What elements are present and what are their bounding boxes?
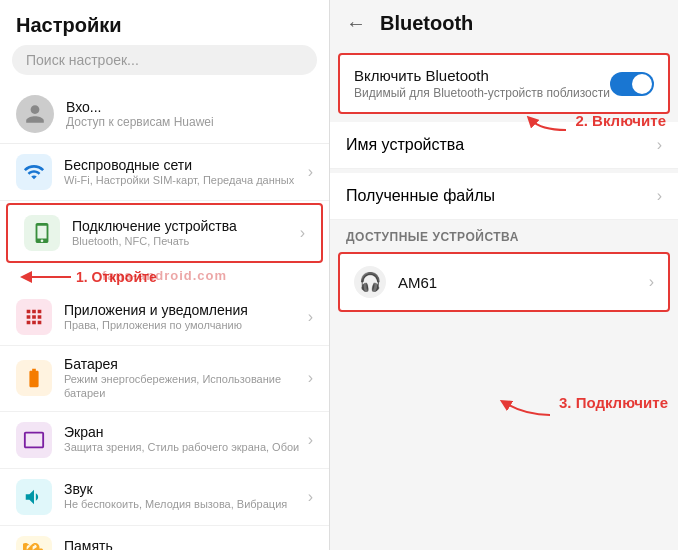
user-name: Вхо... — [66, 99, 214, 115]
sound-title: Звук — [64, 481, 308, 497]
back-button[interactable]: ← — [346, 12, 366, 35]
user-row[interactable]: Вхо... Доступ к сервисам Huawei — [0, 85, 329, 144]
menu-item-storage[interactable]: Память Память, Очистка памяти › — [0, 526, 329, 550]
bt-toggle-sub: Видимый для Bluetooth-устройств поблизос… — [354, 86, 610, 100]
wifi-sub: Wi-Fi, Настройки SIM-карт, Передача данн… — [64, 173, 308, 187]
annotation-open-container: 1. Откройте — [0, 265, 329, 289]
menu-item-device[interactable]: Подключение устройства Bluetooth, NFC, П… — [6, 203, 323, 263]
user-info: Вхо... Доступ к сервисам Huawei — [66, 99, 214, 129]
sound-sub: Не беспокоить, Мелодия вызова, Вибрация — [64, 497, 308, 511]
apps-title: Приложения и уведомления — [64, 302, 308, 318]
received-files-chevron: › — [657, 187, 662, 205]
device-sub: Bluetooth, NFC, Печать — [72, 234, 300, 248]
headphones-icon: 🎧 — [354, 266, 386, 298]
menu-item-battery[interactable]: Батарея Режим энергосбережения, Использо… — [0, 346, 329, 412]
sound-icon — [16, 479, 52, 515]
apps-sub: Права, Приложения по умолчанию — [64, 318, 308, 332]
menu-item-screen[interactable]: Экран Защита зрения, Стиль рабочего экра… — [0, 412, 329, 469]
device-name: AM61 — [398, 274, 437, 291]
device-name-chevron: › — [657, 136, 662, 154]
wifi-chevron: › — [308, 163, 313, 181]
screen-sub: Защита зрения, Стиль рабочего экрана, Об… — [64, 440, 308, 454]
battery-chevron: › — [308, 369, 313, 387]
device-chevron: › — [649, 273, 654, 291]
device-text: Подключение устройства Bluetooth, NFC, П… — [72, 218, 300, 248]
screen-icon — [16, 422, 52, 458]
search-input[interactable]: Поиск настроек... — [12, 45, 317, 75]
screen-title: Экран — [64, 424, 308, 440]
menu-list: Беспроводные сети Wi-Fi, Настройки SIM-к… — [0, 144, 329, 550]
right-header: ← Bluetooth — [330, 0, 678, 47]
bt-toggle-row: Включить Bluetooth Видимый для Bluetooth… — [354, 67, 654, 100]
bluetooth-title: Bluetooth — [380, 12, 473, 35]
menu-item-wifi[interactable]: Беспроводные сети Wi-Fi, Настройки SIM-к… — [0, 144, 329, 201]
menu-item-apps[interactable]: Приложения и уведомления Права, Приложен… — [0, 289, 329, 346]
wifi-icon — [16, 154, 52, 190]
device-title: Подключение устройства — [72, 218, 300, 234]
annotation-connect: 3. Подключите — [495, 385, 668, 420]
storage-chevron: › — [308, 545, 313, 550]
bt-toggle-title: Включить Bluetooth — [354, 67, 610, 84]
device-chevron: › — [300, 224, 305, 242]
battery-title: Батарея — [64, 356, 308, 372]
apps-text: Приложения и уведомления Права, Приложен… — [64, 302, 308, 332]
available-devices-label: ДОСТУПНЫЕ УСТРОЙСТВА — [330, 222, 678, 248]
user-sub: Доступ к сервисам Huawei — [66, 115, 214, 129]
device-name-label: Имя устройства — [346, 136, 464, 154]
storage-text: Память Память, Очистка памяти — [64, 538, 308, 550]
avatar — [16, 95, 54, 133]
wifi-title: Беспроводные сети — [64, 157, 308, 173]
arrow-svg — [16, 267, 76, 287]
screen-chevron: › — [308, 431, 313, 449]
received-files-row[interactable]: Полученные файлы › — [330, 173, 678, 220]
sound-chevron: › — [308, 488, 313, 506]
sound-text: Звук Не беспокоить, Мелодия вызова, Вибр… — [64, 481, 308, 511]
battery-icon — [16, 360, 52, 396]
storage-icon — [16, 536, 52, 550]
annotation-enable: 2. Включите — [521, 105, 666, 135]
bluetooth-toggle[interactable] — [610, 72, 654, 96]
menu-item-sound[interactable]: Звук Не беспокоить, Мелодия вызова, Вибр… — [0, 469, 329, 526]
battery-sub: Режим энергосбережения, Использование ба… — [64, 372, 308, 401]
device-item-left: 🎧 AM61 — [354, 266, 437, 298]
right-panel: ← Bluetooth Включить Bluetooth Видимый д… — [330, 0, 678, 550]
bt-toggle-info: Включить Bluetooth Видимый для Bluetooth… — [354, 67, 610, 100]
device-item[interactable]: 🎧 AM61 › — [338, 252, 670, 312]
wifi-text: Беспроводные сети Wi-Fi, Настройки SIM-к… — [64, 157, 308, 187]
apps-chevron: › — [308, 308, 313, 326]
storage-title: Память — [64, 538, 308, 550]
battery-text: Батарея Режим энергосбережения, Использо… — [64, 356, 308, 401]
annotation-open-label: 1. Откройте — [76, 269, 157, 285]
screen-text: Экран Защита зрения, Стиль рабочего экра… — [64, 424, 308, 454]
apps-icon — [16, 299, 52, 335]
received-files-label: Полученные файлы — [346, 187, 495, 205]
settings-title: Настройки — [0, 0, 329, 45]
device-icon — [24, 215, 60, 251]
